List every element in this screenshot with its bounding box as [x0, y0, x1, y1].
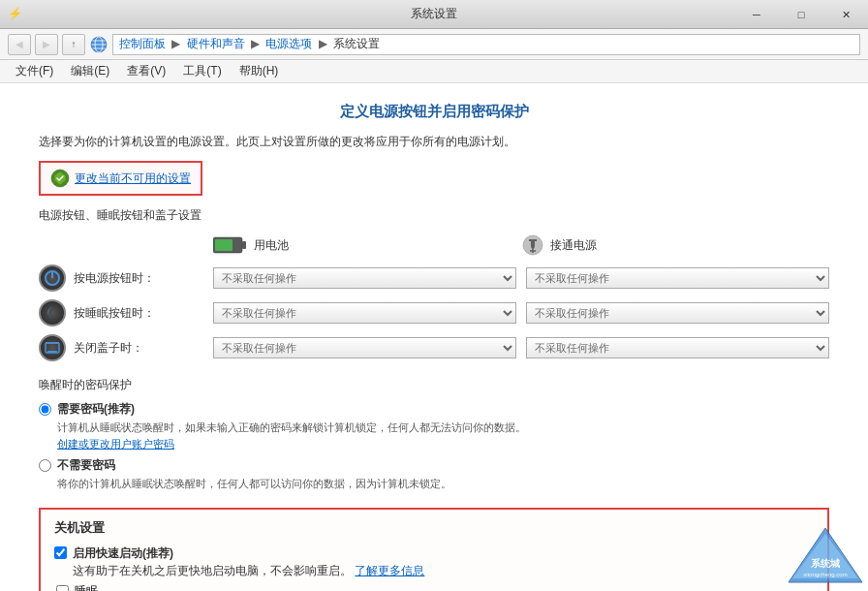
lid-icon — [39, 334, 66, 361]
sleep-button-row: 按睡眠按钮时： 不采取任何操作 睡眠 休眠 不采取任何操作 睡眠 休眠 — [39, 299, 829, 327]
menu-bar: 文件(F) 编辑(E) 查看(V) 工具(T) 帮助(H) — [0, 60, 868, 83]
menu-view[interactable]: 查看(V) — [119, 61, 173, 81]
create-password-link[interactable]: 创建或更改用户账户密码 — [57, 438, 174, 450]
sleep-checkbox[interactable] — [56, 585, 69, 591]
window-title: 系统设置 — [411, 6, 457, 22]
maximize-button[interactable]: □ — [779, 0, 823, 29]
lid-label: 关闭盖子时： — [39, 334, 213, 361]
menu-help[interactable]: 帮助(H) — [232, 61, 287, 81]
power-button-row: 按电源按钮时： 不采取任何操作 睡眠 休眠 关机 不采取任何操作 睡眠 休眠 关… — [39, 264, 829, 292]
lid-row: 关闭盖子时： 不采取任何操作 睡眠 休眠 关机 不采取任何操作 睡眠 休眠 关机 — [39, 334, 829, 361]
require-password-option: 需要密码(推荐) 计算机从睡眠状态唤醒时，如果未输入正确的密码来解锁计算机锁定，… — [39, 401, 829, 451]
power-button-text: 按电源按钮时： — [74, 270, 155, 287]
window-controls: ─ □ ✕ — [734, 0, 868, 29]
sleep-button-text: 按睡眠按钮时： — [74, 305, 155, 322]
bc-current: 系统设置 — [333, 37, 380, 50]
svg-rect-8 — [215, 239, 232, 251]
fast-startup-checkbox[interactable] — [54, 546, 67, 559]
main-content: 定义电源按钮并启用密码保护 选择要为你的计算机设置的电源设置。此页上对设置所做的… — [0, 83, 868, 591]
sleep-ac-select-wrap: 不采取任何操作 睡眠 休眠 — [526, 302, 829, 324]
fast-startup-content: 启用快速启动(推荐) 这有助于在关机之后更快地启动电脑，不会影响重启。 了解更多… — [73, 544, 424, 579]
forward-button[interactable]: ▶ — [35, 34, 58, 55]
fast-startup-row: 启用快速启动(推荐) 这有助于在关机之后更快地启动电脑，不会影响重启。 了解更多… — [54, 544, 814, 579]
watermark: 系统城 xitongcheng.com — [787, 526, 864, 587]
shutdown-title: 关机设置 — [54, 519, 814, 537]
window-icon: ⚡ — [8, 7, 23, 22]
shield-icon — [50, 169, 70, 188]
sleep-button-icon — [39, 299, 66, 327]
fast-startup-desc: 这有助于在关机之后更快地启动电脑，不会影响重启。 — [73, 564, 352, 577]
no-password-label: 不需要密码 — [57, 457, 829, 474]
power-ac-select[interactable]: 不采取任何操作 睡眠 休眠 关机 — [526, 267, 829, 289]
sleep-ac-select[interactable]: 不采取任何操作 睡眠 休眠 — [526, 302, 829, 324]
lid-text: 关闭盖子时： — [74, 340, 143, 357]
require-password-desc: 计算机从睡眠状态唤醒时，如果未输入正确的密码来解锁计算机锁定，任何人都无法访问你… — [57, 420, 829, 451]
svg-rect-7 — [242, 241, 246, 249]
ac-header-text: 接通电源 — [550, 237, 597, 254]
power-ac-select-wrap: 不采取任何操作 睡眠 休眠 关机 — [526, 267, 829, 289]
power-button-icon — [39, 264, 66, 292]
up-button[interactable]: ↑ — [62, 34, 85, 55]
power-battery-select[interactable]: 不采取任何操作 睡眠 休眠 关机 — [213, 267, 516, 289]
breadcrumb: 控制面板 ▶ 硬件和声音 ▶ 电源选项 ▶ 系统设置 — [112, 34, 860, 55]
battery-header-text: 用电池 — [254, 237, 289, 254]
change-settings-box: 更改当前不可用的设置 — [39, 161, 202, 196]
menu-file[interactable]: 文件(F) — [8, 61, 61, 81]
sleep-button-label: 按睡眠按钮时： — [39, 299, 213, 327]
power-battery-select-wrap: 不采取任何操作 睡眠 休眠 关机 — [213, 267, 516, 289]
shutdown-settings-box: 关机设置 启用快速启动(推荐) 这有助于在关机之后更快地启动电脑，不会影响重启。… — [39, 508, 829, 591]
no-password-radio[interactable] — [39, 459, 51, 472]
close-button[interactable]: ✕ — [823, 0, 868, 29]
learn-more-link[interactable]: 了解更多信息 — [355, 564, 424, 577]
power-button-label: 按电源按钮时： — [39, 264, 213, 292]
no-password-option: 不需要密码 将你的计算机从睡眠状态唤醒时，任何人都可以访问你的数据，因为计算机未… — [39, 457, 829, 492]
sleep-row: 睡眠 — [54, 583, 814, 591]
minimize-button[interactable]: ─ — [734, 0, 779, 29]
svg-text:xitongcheng.com: xitongcheng.com — [803, 572, 847, 577]
bc-hardware[interactable]: 硬件和声音 — [187, 37, 245, 50]
power-settings-table: 用电池 接通电源 — [39, 233, 829, 361]
back-button[interactable]: ◀ — [8, 34, 31, 55]
bc-home[interactable]: 控制面板 — [119, 37, 166, 50]
sleep-battery-select[interactable]: 不采取任何操作 睡眠 休眠 — [213, 302, 516, 324]
change-settings-link[interactable]: 更改当前不可用的设置 — [50, 169, 191, 188]
breadcrumb-text: 控制面板 ▶ 硬件和声音 ▶ 电源选项 ▶ 系统设置 — [119, 36, 380, 52]
password-section: 唤醒时的密码保护 需要密码(推荐) 计算机从睡眠状态唤醒时，如果未输入正确的密码… — [39, 377, 829, 492]
require-password-label: 需要密码(推荐) — [57, 401, 829, 418]
fast-startup-label: 启用快速启动(推荐) — [73, 546, 173, 560]
lid-ac-select[interactable]: 不采取任何操作 睡眠 休眠 关机 — [526, 337, 829, 358]
svg-text:系统城: 系统城 — [811, 558, 841, 569]
address-icon — [89, 35, 108, 54]
lid-battery-select[interactable]: 不采取任何操作 睡眠 休眠 关机 — [213, 337, 516, 358]
ac-header-col: 接通电源 — [521, 233, 829, 257]
lid-battery-select-wrap: 不采取任何操作 睡眠 休眠 关机 — [213, 337, 516, 358]
bc-power[interactable]: 电源选项 — [265, 37, 312, 50]
change-settings-text: 更改当前不可用的设置 — [75, 171, 191, 187]
sleep-label: 睡眠 — [75, 583, 98, 591]
battery-icon — [213, 234, 248, 256]
battery-header-col: 用电池 — [213, 234, 521, 256]
ac-icon — [521, 233, 544, 257]
page-title: 定义电源按钮并启用密码保护 — [39, 103, 829, 121]
intro-text: 选择要为你的计算机设置的电源设置。此页上对设置所做的更改将应用于你所有的电源计划… — [39, 133, 829, 151]
lid-ac-select-wrap: 不采取任何操作 睡眠 休眠 关机 — [526, 337, 829, 358]
title-bar: ⚡ 系统设置 ─ □ ✕ — [0, 0, 868, 29]
menu-tools[interactable]: 工具(T) — [175, 61, 229, 81]
section1-title: 电源按钮、睡眠按钮和盖子设置 — [39, 207, 829, 224]
address-bar: ◀ ▶ ↑ 控制面板 ▶ 硬件和声音 ▶ 电源选项 ▶ 系统设置 — [0, 29, 868, 60]
svg-rect-15 — [47, 351, 57, 353]
sleep-battery-select-wrap: 不采取任何操作 睡眠 休眠 — [213, 302, 516, 324]
require-password-radio[interactable] — [39, 403, 51, 416]
password-section-title: 唤醒时的密码保护 — [39, 377, 829, 393]
table-header: 用电池 接通电源 — [39, 233, 829, 257]
no-password-desc: 将你的计算机从睡眠状态唤醒时，任何人都可以访问你的数据，因为计算机未锁定。 — [57, 476, 829, 492]
menu-edit[interactable]: 编辑(E) — [63, 61, 117, 81]
